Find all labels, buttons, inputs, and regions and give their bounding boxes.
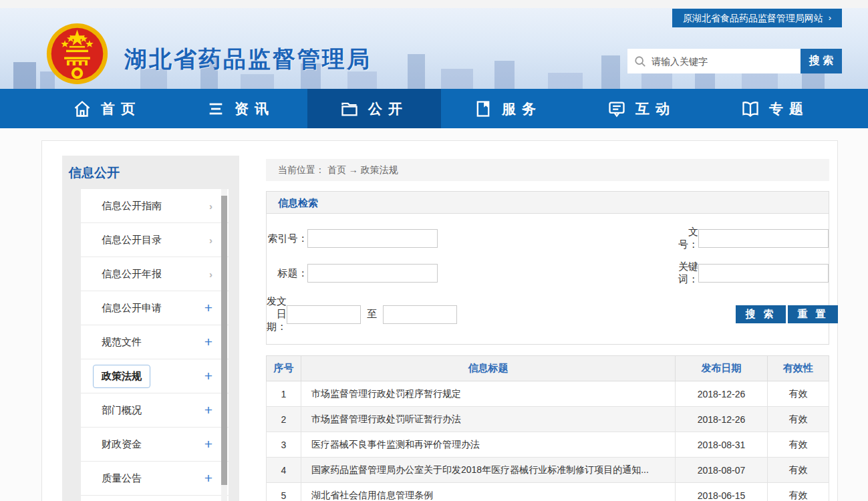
- old-site-link-label: 原湖北省食品药品监督管理局网站: [683, 9, 823, 27]
- sidebar-title: 信息公开: [62, 156, 239, 189]
- content-card: 信息公开 信息公开指南 › 信息公开目录 › 信息公开年报 › 信息公开申请 +…: [41, 140, 838, 501]
- sidebar-item-label: 信息公开指南: [102, 200, 209, 212]
- open-book-icon: [741, 100, 760, 118]
- title-label: 标题：: [267, 267, 307, 280]
- sidebar-item-label: 规范文件: [102, 336, 204, 349]
- main-nav: 首页 资讯 公开 服务 互动 专题: [0, 89, 868, 128]
- breadcrumb-separator-icon: →: [349, 164, 358, 175]
- sidebar-item-department[interactable]: 部门概况 +: [81, 393, 229, 428]
- header-search-input[interactable]: [652, 56, 794, 67]
- breadcrumb-prefix: 当前位置：: [278, 164, 325, 175]
- chevron-right-icon: ›: [209, 234, 212, 246]
- national-emblem-logo: [44, 21, 110, 86]
- nav-label: 资讯: [235, 100, 275, 118]
- row-no: 3: [267, 432, 301, 458]
- doc-number-input[interactable]: [698, 229, 829, 248]
- sidebar-info-disclosure: 信息公开 信息公开指南 › 信息公开目录 › 信息公开年报 › 信息公开申请 +…: [62, 156, 239, 501]
- sidebar-item-policies[interactable]: 政策法规 +: [81, 359, 229, 393]
- info-search-panel: 信息检索 索引号： 文号： 标题： 关键词： 发文日期： 至: [266, 191, 829, 345]
- row-title-link[interactable]: 市场监督管理行政处罚听证暂行办法: [301, 407, 676, 432]
- search-icon: [634, 55, 646, 67]
- sidebar-item-normative-docs[interactable]: 规范文件 +: [81, 325, 229, 359]
- header-search: 搜 索: [627, 49, 842, 73]
- old-site-link[interactable]: 原湖北省食品药品监督管理局网站 ›: [672, 9, 842, 27]
- row-title-link[interactable]: 国家药品监督管理局办公室关于印发2018年医疗器械行业标准制修订项目的通知...: [301, 458, 676, 483]
- issue-date-label: 发文日期：: [267, 295, 287, 333]
- nav-label: 专题: [769, 100, 809, 118]
- main-content: 当前位置： 首页 → 政策法规 信息检索 索引号： 文号： 标题： 关键词：: [266, 156, 829, 501]
- row-status: 有效: [768, 407, 829, 432]
- date-to-input[interactable]: [383, 305, 457, 324]
- breadcrumb-home-link[interactable]: 首页: [327, 164, 346, 175]
- row-status: 有效: [768, 381, 829, 407]
- row-title-link[interactable]: 市场监督管理行政处罚程序暂行规定: [301, 381, 676, 407]
- chevron-right-icon: ›: [209, 200, 212, 212]
- nav-label: 互动: [635, 100, 676, 118]
- plus-icon: +: [204, 470, 212, 486]
- folder-icon: [340, 100, 359, 118]
- col-header-title: 信息标题: [301, 356, 676, 381]
- nav-label: 公开: [368, 100, 408, 118]
- col-header-date: 发布日期: [676, 356, 768, 381]
- top-strip: [0, 0, 868, 8]
- reset-button[interactable]: 重 置: [788, 305, 838, 323]
- sidebar-item-guide[interactable]: 信息公开指南 ›: [81, 189, 229, 223]
- sidebar-item-label: 信息公开年报: [102, 268, 209, 281]
- nav-item-home[interactable]: 首页: [40, 89, 174, 128]
- chevron-right-icon: ›: [209, 269, 212, 280]
- sidebar-item-annual-report[interactable]: 信息公开年报 ›: [81, 257, 229, 291]
- sidebar-item-quality[interactable]: 质量公告 +: [81, 462, 229, 496]
- chat-icon: [607, 100, 626, 118]
- row-title-link[interactable]: 湖北省社会信用信息管理条例: [301, 483, 676, 501]
- plus-icon: +: [204, 334, 212, 350]
- book-icon: [474, 100, 492, 118]
- header-search-button[interactable]: 搜 索: [801, 49, 842, 73]
- nav-item-public[interactable]: 公开: [307, 89, 441, 128]
- sidebar-item-label: 财政资金: [102, 438, 204, 451]
- row-date: 2018-08-31: [676, 432, 768, 458]
- sidebar-scrollbar-thumb[interactable]: [221, 196, 227, 485]
- date-from-input[interactable]: [287, 305, 361, 324]
- col-header-no: 序号: [267, 356, 301, 381]
- plus-icon: +: [204, 402, 212, 418]
- info-search-title: 信息检索: [267, 192, 829, 214]
- sidebar-item-application[interactable]: 信息公开申请 +: [81, 291, 229, 325]
- nav-label: 首页: [101, 100, 141, 118]
- site-title: 湖北省药品监督管理局: [124, 44, 372, 75]
- row-title-link[interactable]: 医疗器械不良事件监测和再评价管理办法: [301, 432, 676, 458]
- row-date: 2018-06-15: [676, 483, 768, 501]
- row-status: 有效: [768, 458, 829, 483]
- sidebar-item-finance[interactable]: 财政资金 +: [81, 428, 229, 462]
- plus-icon: +: [204, 436, 212, 452]
- keyword-input[interactable]: [698, 264, 829, 283]
- table-row: 3 医疗器械不良事件监测和再评价管理办法 2018-08-31 有效: [267, 432, 829, 458]
- nav-item-interact[interactable]: 互动: [575, 89, 708, 128]
- nav-item-service[interactable]: 服务: [441, 89, 575, 128]
- breadcrumb-current: 政策法规: [361, 164, 398, 175]
- row-no: 4: [267, 458, 301, 483]
- sidebar-item-label: 信息公开目录: [102, 234, 209, 246]
- keyword-label: 关键词：: [673, 261, 698, 286]
- row-date: 2018-12-26: [676, 407, 768, 432]
- table-row: 1 市场监督管理行政处罚程序暂行规定 2018-12-26 有效: [267, 381, 829, 407]
- info-search-form: 索引号： 文号： 标题： 关键词： 发文日期： 至: [267, 214, 829, 344]
- site-banner: 湖北省药品监督管理局 原湖北省食品药品监督管理局网站 › 搜 索: [0, 8, 868, 89]
- news-icon: [206, 100, 225, 118]
- chevron-right-icon: ›: [829, 9, 831, 27]
- row-status: 有效: [768, 483, 829, 501]
- nav-item-topics[interactable]: 专题: [708, 89, 842, 128]
- results-table: 序号 信息标题 发布日期 有效性 1 市场监督管理行政处罚程序暂行规定 2018…: [266, 355, 829, 501]
- search-button[interactable]: 搜 索: [736, 305, 786, 323]
- plus-icon: +: [204, 368, 212, 384]
- sidebar-scrollbar: [221, 189, 227, 501]
- index-number-label: 索引号：: [267, 232, 307, 245]
- col-header-status: 有效性: [768, 356, 829, 381]
- sidebar-item-catalog[interactable]: 信息公开目录 ›: [81, 223, 229, 257]
- table-row: 4 国家药品监督管理局办公室关于印发2018年医疗器械行业标准制修订项目的通知.…: [267, 458, 829, 483]
- title-input[interactable]: [307, 264, 438, 283]
- plus-icon: +: [204, 300, 212, 316]
- index-number-input[interactable]: [307, 229, 438, 248]
- row-no: 1: [267, 381, 301, 407]
- nav-item-news[interactable]: 资讯: [174, 89, 307, 128]
- sidebar-item-label: 政策法规: [102, 365, 204, 388]
